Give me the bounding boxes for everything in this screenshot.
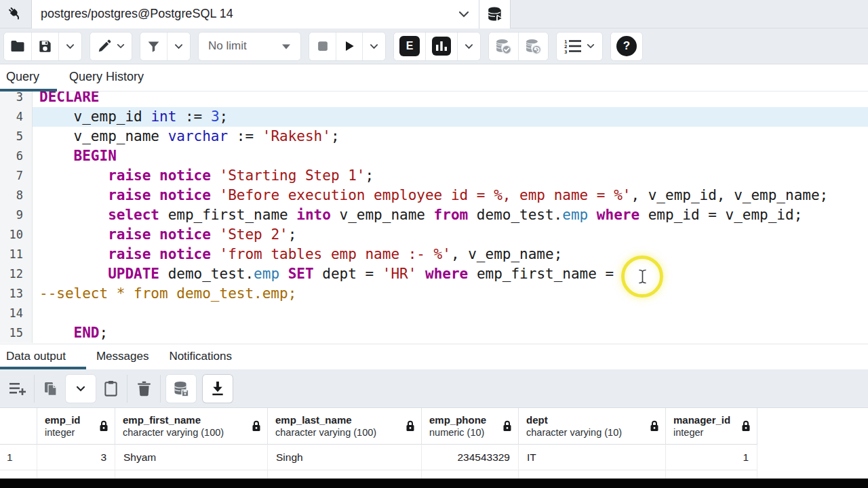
commit-button[interactable] (489, 33, 518, 60)
download-csv-button[interactable] (203, 375, 233, 403)
code-line[interactable]: 7 raise notice 'Starting Step 1'; (0, 166, 868, 186)
column-header-emp-phone[interactable]: emp_phonenumeric (10) (422, 408, 519, 445)
connection-selector[interactable]: postgres/postgres@PostgreSQL 14 (32, 0, 479, 28)
grid-cell[interactable]: 2 (666, 470, 757, 479)
copy-menu-button[interactable] (66, 375, 96, 403)
sql-editor[interactable]: 3DECLARE4 v_emp_id int := 3;5 v_emp_name… (0, 92, 868, 344)
tab-query-history[interactable]: Query History (57, 70, 156, 91)
code-line[interactable]: 10 raise notice 'Step 2'; (0, 225, 868, 245)
open-file-button[interactable] (4, 33, 31, 60)
tab-messages[interactable]: Messages (86, 350, 159, 369)
row-number[interactable]: 2 (0, 470, 37, 479)
trash-icon (137, 381, 151, 396)
column-type: character varying (100) (123, 426, 224, 439)
query-toolbar: No limit E 123 (0, 28, 868, 64)
explain-menu-button[interactable] (457, 33, 480, 60)
lock-icon (406, 420, 415, 432)
code-text: --select * from demo_test.emp; (33, 284, 868, 304)
delete-row-button[interactable] (129, 375, 159, 403)
code-line[interactable]: 9 select emp_first_name into v_emp_name … (0, 205, 868, 225)
add-row-button[interactable] (3, 375, 33, 403)
code-line[interactable]: 8 raise notice 'Before execution employe… (0, 186, 868, 205)
database-rollback-icon (524, 37, 542, 56)
row-filler (757, 445, 868, 470)
code-line[interactable]: 4 v_emp_id int := 3; (0, 107, 868, 127)
explain-button[interactable]: E (394, 33, 425, 60)
database-play-icon (486, 5, 504, 23)
execute-menu-button[interactable] (362, 33, 385, 60)
chevron-down-icon (66, 43, 75, 49)
divider (34, 375, 35, 403)
tab-data-output[interactable]: Data output (0, 350, 86, 369)
execute-button[interactable] (336, 33, 362, 60)
grid-cell[interactable]: 4 (37, 470, 115, 479)
grid-cell[interactable]: Shyam (115, 445, 268, 470)
line-number: 4 (0, 107, 33, 127)
column-name: emp_first_name (123, 413, 224, 426)
column-name: emp_phone (429, 413, 486, 426)
tab-notifications[interactable]: Notifications (159, 350, 242, 369)
add-row-icon (9, 381, 26, 396)
code-text: raise notice 'Step 2'; (33, 225, 868, 245)
column-header-dept[interactable]: deptcharacter varying (10) (519, 408, 666, 445)
grid-cell[interactable]: Mohamed (115, 470, 268, 479)
column-header-emp-last-name[interactable]: emp_last_namecharacter varying (100) (268, 408, 422, 445)
row-limit-select[interactable]: No limit (199, 33, 300, 60)
grid-cell[interactable]: Khan (268, 470, 422, 479)
rollback-button[interactable] (518, 33, 548, 60)
column-header-emp-first-name[interactable]: emp_first_namecharacter varying (100) (115, 408, 268, 445)
editor-tabstrip: Query Query History (0, 64, 868, 92)
table-row: 1 3 Shyam Singh 234543329 IT 1 (0, 445, 868, 470)
grid-cell[interactable]: 3 (37, 445, 115, 470)
row-number[interactable]: 1 (0, 445, 37, 470)
lock-icon (502, 420, 512, 432)
divider (127, 375, 127, 403)
code-text: raise notice 'from tables emp name :- %'… (33, 245, 868, 264)
results-grid: emp_idinteger emp_first_namecharacter va… (0, 408, 868, 479)
grid-cell[interactable]: Singh (268, 445, 422, 470)
line-number: 15 (0, 323, 33, 343)
grid-cell[interactable]: IT (519, 445, 666, 470)
macros-menu-button[interactable]: 123 (557, 33, 602, 60)
explain-analyze-button[interactable] (425, 33, 457, 60)
code-line[interactable]: 5 v_emp_name varchar := 'Rakesh'; (0, 127, 868, 146)
column-header-manager-id[interactable]: manager_idinteger (666, 408, 757, 445)
column-type: numeric (10) (429, 426, 486, 439)
code-line[interactable]: 3DECLARE (0, 92, 868, 107)
code-line[interactable]: 14 (0, 304, 868, 323)
column-type: integer (45, 426, 81, 439)
grid-cell[interactable]: 234543329 (422, 445, 519, 470)
copy-button[interactable] (36, 375, 66, 403)
select-all-header[interactable] (0, 408, 37, 445)
help-button[interactable]: ? (611, 33, 642, 60)
code-line[interactable]: 11 raise notice 'from tables emp name :-… (0, 245, 868, 264)
tab-query[interactable]: Query (0, 70, 57, 91)
code-line[interactable]: 12 UPDATE demo_test.emp SET dept = 'HR' … (0, 264, 868, 284)
filter-button[interactable] (140, 33, 167, 60)
filter-menu-button[interactable] (167, 33, 190, 60)
grid-cell[interactable]: 1 (666, 445, 757, 470)
stop-button[interactable] (309, 33, 336, 60)
save-data-button[interactable] (166, 375, 196, 403)
row-filler (757, 470, 868, 479)
column-header-emp-id[interactable]: emp_idinteger (37, 408, 115, 445)
grid-cell[interactable]: 123356700 (422, 470, 519, 479)
save-menu-button[interactable] (58, 33, 81, 60)
svg-text:3: 3 (564, 49, 568, 54)
new-query-connection-button[interactable] (479, 0, 511, 28)
code-editor: 3DECLARE4 v_emp_id int := 3;5 v_emp_name… (0, 92, 868, 343)
connection-bar: postgres/postgres@PostgreSQL 14 (0, 0, 868, 28)
divider (160, 375, 161, 403)
code-text: DECLARE (33, 92, 868, 107)
chevron-down-icon (465, 43, 473, 49)
paste-button[interactable] (96, 375, 125, 403)
code-text: raise notice 'Before execution employee … (33, 186, 868, 205)
save-button[interactable] (31, 33, 58, 60)
edit-menu-button[interactable] (90, 33, 132, 60)
code-line[interactable]: 6 BEGIN (0, 146, 868, 166)
bar-chart-icon (431, 36, 452, 56)
code-line[interactable]: 13--select * from demo_test.emp; (0, 284, 868, 304)
code-text: select emp_first_name into v_emp_name fr… (33, 205, 868, 225)
code-line[interactable]: 15 END; (0, 323, 868, 343)
grid-cell[interactable]: IT (519, 470, 666, 479)
